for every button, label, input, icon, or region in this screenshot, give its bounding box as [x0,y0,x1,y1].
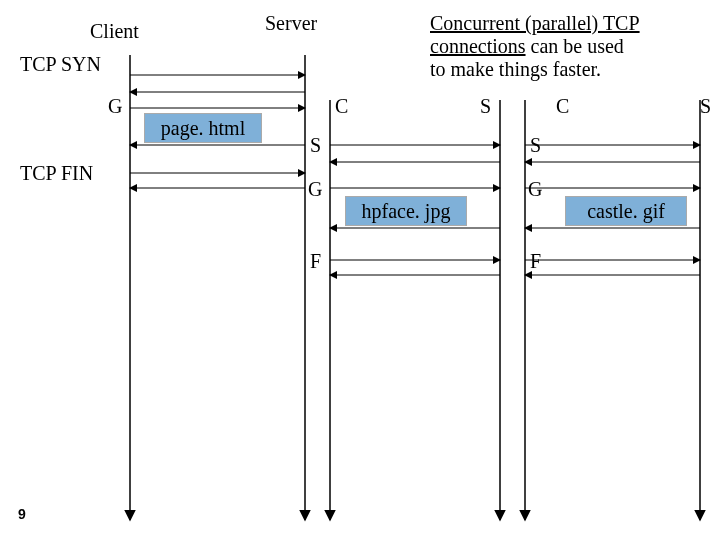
tcp-syn-label: TCP SYN [20,53,101,76]
page-html-text: page. html [161,117,245,140]
g-label-left: G [108,95,122,118]
f-label-3: F [530,250,541,273]
castle-box: castle. gif [565,196,687,226]
client-heading: Client [90,20,139,43]
description-text: Concurrent (parallel) TCP connections ca… [430,12,690,81]
c-label-2: C [335,95,348,118]
s-heading-3: S [700,95,711,118]
g-label-3: G [528,178,542,201]
page-html-box: page. html [144,113,262,143]
c-label-3: C [556,95,569,118]
s-label-3: S [530,134,541,157]
diagram-svg [0,0,720,540]
slide-number: 9 [18,506,26,522]
server-heading: Server [265,12,317,35]
hpface-text: hpface. jpg [362,200,451,223]
g-label-2: G [308,178,322,201]
s-label-2: S [310,134,321,157]
f-label-2: F [310,250,321,273]
tcp-fin-label: TCP FIN [20,162,93,185]
s-heading-2: S [480,95,491,118]
castle-text: castle. gif [587,200,665,223]
hpface-box: hpface. jpg [345,196,467,226]
